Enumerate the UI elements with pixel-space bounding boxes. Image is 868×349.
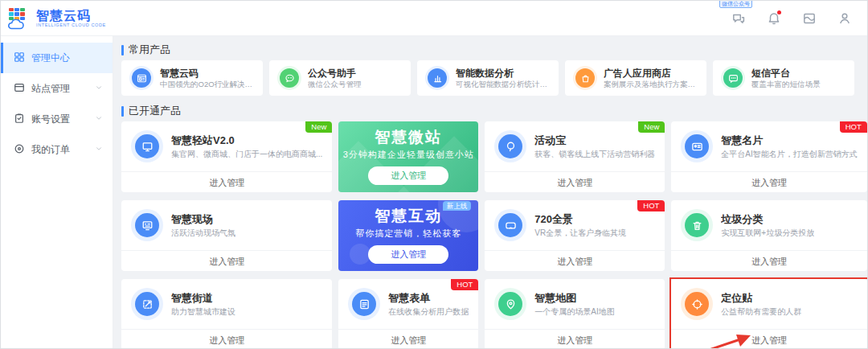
common-product-card[interactable]: 公众号助手微信公众号管理: [269, 60, 411, 96]
logo-qr-cloud-icon: [9, 8, 31, 29]
chevron-down-icon: [95, 83, 103, 94]
product-card[interactable]: 智慧街道助力智慧城市建设进入管理: [121, 279, 332, 349]
product-desc: 活跃活动现场气氛: [171, 228, 235, 239]
enter-manage-button[interactable]: 进入管理: [121, 171, 332, 192]
sidebar-item-label: 我的订单: [31, 143, 70, 157]
product-title: 广告人应用商店: [604, 68, 700, 80]
chevron-down-icon: [95, 113, 103, 125]
sms-icon: [723, 68, 743, 88]
sidebar-item-label: 管理中心: [31, 51, 70, 65]
new-badge: New: [638, 121, 665, 133]
product-desc: 获客、锁客线上线下活动营销利器: [534, 149, 655, 160]
balloon-icon: [498, 134, 522, 158]
product-desc: 中国领先的O2O行业解决方案提供商: [160, 80, 256, 89]
chat-bubbles-icon[interactable]: 微信公众号: [731, 10, 747, 27]
top-header: 智慧云码 INTELLIGENT CLOUD CODE 微信公众号: [1, 1, 867, 36]
enter-manage-button[interactable]: 进入管理: [671, 250, 866, 271]
bell-icon[interactable]: [766, 10, 782, 27]
product-card[interactable]: HOT720全景VR全景，让客户身临其境进入管理: [485, 200, 665, 271]
sidebar-item-account-settings[interactable]: 账号设置: [1, 104, 113, 134]
trash-icon: [685, 213, 709, 237]
product-card[interactable]: New智慧轻站V2.0集官网、微商城、门店于一体的电商商城...进入管理: [121, 121, 332, 192]
enter-manage-button[interactable]: 进入管理: [121, 250, 332, 271]
user-icon[interactable]: [837, 10, 853, 27]
enter-manage-button[interactable]: 进入管理: [485, 250, 665, 271]
sidebar-item-label: 账号设置: [31, 113, 70, 126]
section-title-opened: 已开通产品: [121, 102, 854, 120]
common-product-card[interactable]: 智慧云码中国领先的O2O行业解决方案提供商: [121, 60, 263, 96]
grid-icon: [14, 51, 25, 65]
window-icon: [14, 82, 25, 96]
product-desc: 助力智慧城市建设: [171, 306, 235, 318]
product-card[interactable]: New活动宝获客、锁客线上线下活动营销利器进入管理: [485, 121, 665, 192]
product-title: 短信平台: [751, 68, 821, 80]
product-card[interactable]: 定位贴公益帮助有需要的人群进入管理: [671, 279, 866, 349]
opened-products-grid: New智慧轻站V2.0集官网、微商城、门店于一体的电商商城...进入管理智慧微站…: [121, 121, 854, 349]
header-icon-group: 微信公众号: [731, 10, 853, 27]
banner-title: 智慧互动: [375, 207, 442, 224]
site-icon: [135, 134, 159, 158]
enter-manage-button[interactable]: 进入管理: [671, 171, 866, 192]
screen-icon: [135, 213, 159, 237]
product-card[interactable]: 垃圾分类实现互联网+垃圾分类投放进入管理: [671, 200, 866, 271]
product-desc: 在线收集分析用户数据: [388, 306, 469, 318]
vr-icon: [498, 213, 522, 237]
idcard-icon: [685, 134, 709, 158]
sidebar-item-my-orders[interactable]: 我的订单: [1, 134, 113, 165]
product-title: 智慧轻站V2.0: [171, 133, 322, 147]
enter-manage-button[interactable]: 进入管理: [368, 245, 448, 264]
sidebar: 管理中心站点管理账号设置我的订单: [1, 36, 113, 349]
product-card[interactable]: HOT智慧表单在线收集分析用户数据进入管理: [338, 279, 478, 349]
frame-icon[interactable]: [801, 10, 817, 27]
new-badge: New: [305, 121, 332, 133]
enter-manage-button[interactable]: 进入管理: [338, 329, 478, 349]
banner-card[interactable]: 智慧微站3分钟构建企业轻量级创意小站进入管理: [338, 121, 478, 192]
enter-manage-button[interactable]: 进入管理: [485, 329, 665, 349]
notification-dot: [777, 10, 781, 14]
product-desc: 可视化智能数据分析统计平台: [456, 80, 552, 89]
banner-card[interactable]: 智慧互动新上线帮你搞定营销，轻松获客进入管理: [338, 200, 478, 271]
product-desc: 覆盖丰富的短信场景: [751, 80, 821, 89]
product-card[interactable]: 智慧现场活跃活动现场气氛进入管理: [121, 200, 332, 271]
enter-manage-button[interactable]: 进入管理: [121, 329, 332, 349]
logo-subtitle: INTELLIGENT CLOUD CODE: [36, 23, 106, 27]
product-card[interactable]: 智慧地图一个专属的场景AI地图进入管理: [485, 279, 665, 349]
product-desc: 实现互联网+垃圾分类投放: [721, 228, 814, 239]
enter-manage-button[interactable]: 进入管理: [671, 329, 866, 349]
form-icon: [352, 292, 376, 316]
product-desc: 公益帮助有需要的人群: [721, 306, 801, 318]
banner-subtitle: 3分钟构建企业轻量级创意小站: [343, 149, 474, 161]
sidebar-item-management-center[interactable]: 管理中心: [1, 43, 113, 73]
product-desc: 案例展示及落地执行方案下载: [604, 80, 700, 89]
chart-icon: [428, 68, 447, 88]
product-desc: 微信公众号管理: [308, 80, 362, 89]
common-product-card[interactable]: 智能数据分析可视化智能数据分析统计平台: [417, 60, 559, 96]
section-title-common: 常用产品: [121, 41, 854, 59]
common-products-row: 智慧云码中国领先的O2O行业解决方案提供商公众号助手微信公众号管理智能数据分析可…: [121, 60, 854, 96]
product-title: 智慧街道: [171, 291, 235, 305]
app-window: 智慧云码 INTELLIGENT CLOUD CODE 微信公众号: [0, 0, 868, 349]
hot-badge: HOT: [637, 200, 665, 211]
product-title: 活动宝: [534, 133, 655, 147]
tooltip-badge: 微信公众号: [719, 0, 752, 8]
wechat-icon: [280, 68, 299, 88]
bag-icon: [575, 68, 595, 88]
browser-icon: [132, 68, 151, 88]
common-product-card[interactable]: 广告人应用商店案例展示及落地执行方案下载: [565, 60, 706, 96]
enter-manage-button[interactable]: 进入管理: [368, 166, 448, 185]
product-desc: 一个专属的场景AI地图: [534, 306, 614, 318]
product-title: 智慧地图: [534, 291, 614, 305]
logo-title: 智慧云码: [36, 10, 106, 23]
sidebar-item-site-management[interactable]: 站点管理: [1, 73, 113, 104]
app-logo[interactable]: 智慧云码 INTELLIGENT CLOUD CODE: [9, 8, 106, 29]
product-desc: 全平台AI智能名片，打造创新营销方式: [721, 149, 857, 160]
orders-icon: [14, 143, 25, 157]
product-title: 智慧名片: [721, 133, 857, 147]
common-product-card[interactable]: 短信平台覆盖丰富的短信场景: [713, 60, 854, 96]
sidebar-item-label: 站点管理: [31, 82, 70, 96]
clipboard-icon: [14, 113, 25, 126]
main-content: 常用产品 智慧云码中国领先的O2O行业解决方案提供商公众号助手微信公众号管理智能…: [113, 36, 867, 349]
enter-manage-button[interactable]: 进入管理: [485, 171, 665, 192]
product-card[interactable]: HOT智慧名片全平台AI智能名片，打造创新营销方式进入管理: [671, 121, 866, 192]
banner-title: 智慧微站: [375, 129, 442, 146]
